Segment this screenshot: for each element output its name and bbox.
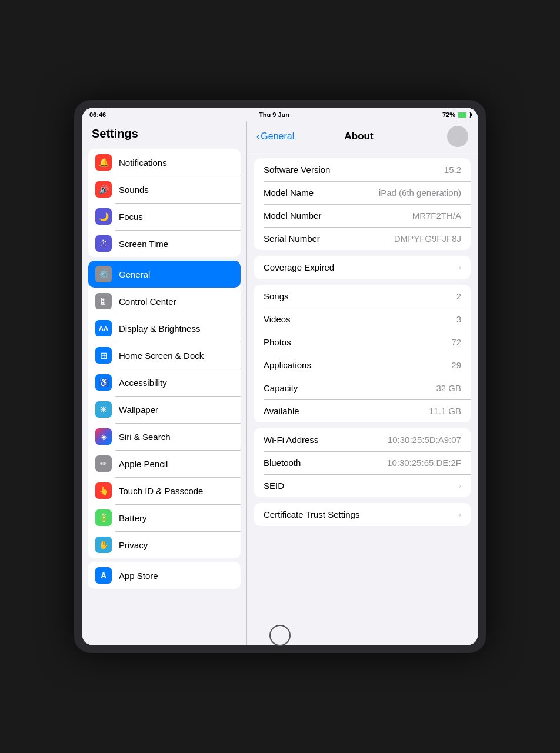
sidebar-item-battery[interactable]: 🔋 Battery	[88, 504, 241, 531]
apple-pencil-label: Apple Pencil	[119, 459, 168, 469]
photos-value: 72	[451, 337, 461, 347]
row-seid[interactable]: SEID ›	[254, 474, 471, 497]
sidebar-item-wallpaper[interactable]: ❋ Wallpaper	[88, 396, 241, 423]
sounds-label: Sounds	[119, 185, 149, 195]
seid-label: SEID	[264, 481, 284, 491]
detail-header: ‹ General About	[247, 121, 478, 152]
privacy-label: Privacy	[119, 540, 148, 550]
accessibility-label: Accessibility	[119, 378, 167, 388]
row-serial-number: Serial Number DMPYFG9FJF8J	[254, 227, 471, 250]
battery-fill	[458, 112, 466, 118]
back-button[interactable]: ‹ General	[256, 131, 294, 142]
apple-pencil-icon: ✏	[95, 455, 112, 472]
section-media: Songs 2 Videos 3 Photos 72 Applications …	[254, 285, 471, 422]
certificate-label: Certificate Trust Settings	[264, 509, 359, 519]
bluetooth-label: Bluetooth	[264, 458, 301, 468]
sidebar-item-app-store[interactable]: A App Store	[88, 562, 241, 589]
certificate-chevron-icon: ›	[459, 510, 461, 519]
sidebar-item-sounds[interactable]: 🔊 Sounds	[88, 176, 241, 203]
bluetooth-value: 10:30:25:65:DE:2F	[387, 458, 461, 468]
row-coverage[interactable]: Coverage Expired ›	[254, 256, 471, 279]
sidebar-item-home-screen[interactable]: ⊞ Home Screen & Dock	[88, 342, 241, 369]
sidebar-item-control-center[interactable]: 🎛 Control Center	[88, 288, 241, 315]
section-trust: Certificate Trust Settings ›	[254, 503, 471, 526]
row-songs: Songs 2	[254, 285, 471, 308]
sidebar-title: Settings	[82, 121, 246, 145]
row-bluetooth: Bluetooth 10:30:25:65:DE:2F	[254, 451, 471, 474]
display-icon: AA	[95, 320, 112, 336]
detail-panel: ‹ General About Software Version 15.2 Mo…	[247, 121, 478, 645]
row-available: Available 11.1 GB	[254, 399, 471, 422]
wallpaper-icon: ❋	[95, 401, 112, 418]
screen: 06:46 Thu 9 Jun 72% Settings 🔔 Notificat…	[82, 108, 478, 645]
home-button[interactable]	[269, 625, 291, 646]
privacy-icon: ✋	[95, 537, 112, 553]
row-certificate[interactable]: Certificate Trust Settings ›	[254, 503, 471, 526]
songs-label: Songs	[264, 291, 289, 301]
status-bar: 06:46 Thu 9 Jun 72%	[82, 108, 478, 121]
sidebar-group-2: ⚙️ General 🎛 Control Center AA Display &…	[88, 261, 241, 558]
sidebar-item-touch-id[interactable]: 👆 Touch ID & Passcode	[88, 477, 241, 504]
siri-label: Siri & Search	[119, 432, 171, 442]
capacity-label: Capacity	[264, 383, 298, 393]
battery-label: Battery	[119, 513, 147, 523]
sidebar-item-display[interactable]: AA Display & Brightness	[88, 315, 241, 342]
control-center-icon: 🎛	[95, 293, 112, 309]
status-time: 06:46	[89, 111, 106, 118]
videos-value: 3	[456, 314, 461, 324]
serial-number-value: DMPYFG9FJF8J	[394, 234, 461, 244]
applications-value: 29	[451, 360, 461, 370]
coverage-label: Coverage Expired	[264, 262, 334, 272]
avatar[interactable]	[447, 126, 468, 147]
songs-value: 2	[456, 291, 461, 301]
control-center-label: Control Center	[119, 296, 176, 306]
status-right: 72%	[442, 111, 471, 118]
model-number-value: MR7F2TH/A	[412, 211, 461, 221]
row-model-name: Model Name iPad (6th generation)	[254, 181, 471, 204]
battery-icon	[458, 112, 471, 118]
model-name-value: iPad (6th generation)	[379, 188, 461, 198]
row-wifi: Wi-Fi Address 10:30:25:5D:A9:07	[254, 428, 471, 451]
focus-label: Focus	[119, 212, 143, 222]
sidebar-item-accessibility[interactable]: ♿ Accessibility	[88, 369, 241, 396]
sidebar: Settings 🔔 Notifications 🔊 Sounds 🌙 Focu…	[82, 121, 247, 645]
siri-icon: ◈	[95, 428, 112, 445]
wallpaper-label: Wallpaper	[119, 405, 158, 415]
back-label: General	[261, 131, 294, 142]
sidebar-item-focus[interactable]: 🌙 Focus	[88, 203, 241, 230]
sidebar-group-1: 🔔 Notifications 🔊 Sounds 🌙 Focus ⏱ Scree…	[88, 149, 241, 257]
row-model-number: Model Number MR7F2TH/A	[254, 204, 471, 227]
wifi-label: Wi-Fi Address	[264, 435, 318, 445]
status-date: Thu 9 Jun	[259, 111, 289, 118]
touch-id-label: Touch ID & Passcode	[119, 486, 203, 496]
row-software-version: Software Version 15.2	[254, 158, 471, 181]
capacity-value: 32 GB	[436, 383, 461, 393]
battery-sidebar-icon: 🔋	[95, 509, 112, 526]
wifi-value: 10:30:25:5D:A9:07	[388, 435, 461, 445]
sidebar-item-apple-pencil[interactable]: ✏ Apple Pencil	[88, 450, 241, 477]
row-applications: Applications 29	[254, 354, 471, 376]
display-label: Display & Brightness	[119, 324, 200, 334]
sidebar-item-screen-time[interactable]: ⏱ Screen Time	[88, 230, 241, 257]
detail-title: About	[299, 131, 419, 142]
videos-label: Videos	[264, 314, 291, 324]
sidebar-item-privacy[interactable]: ✋ Privacy	[88, 531, 241, 558]
sidebar-item-notifications[interactable]: 🔔 Notifications	[88, 149, 241, 176]
seid-chevron-icon: ›	[459, 481, 461, 490]
model-number-label: Model Number	[264, 211, 321, 221]
screen-time-label: Screen Time	[119, 239, 168, 249]
home-screen-icon: ⊞	[95, 347, 112, 364]
screen-time-icon: ⏱	[95, 235, 112, 252]
photos-label: Photos	[264, 337, 291, 347]
home-screen-label: Home Screen & Dock	[119, 351, 204, 361]
app-store-label: App Store	[119, 571, 158, 581]
applications-label: Applications	[264, 360, 311, 370]
sidebar-item-siri[interactable]: ◈ Siri & Search	[88, 423, 241, 450]
accessibility-icon: ♿	[95, 374, 112, 391]
row-photos: Photos 72	[254, 331, 471, 354]
software-version-value: 15.2	[444, 165, 461, 175]
notifications-label: Notifications	[119, 158, 167, 168]
serial-number-label: Serial Number	[264, 234, 320, 244]
battery-percent: 72%	[442, 111, 455, 118]
sidebar-item-general[interactable]: ⚙️ General	[88, 261, 241, 288]
